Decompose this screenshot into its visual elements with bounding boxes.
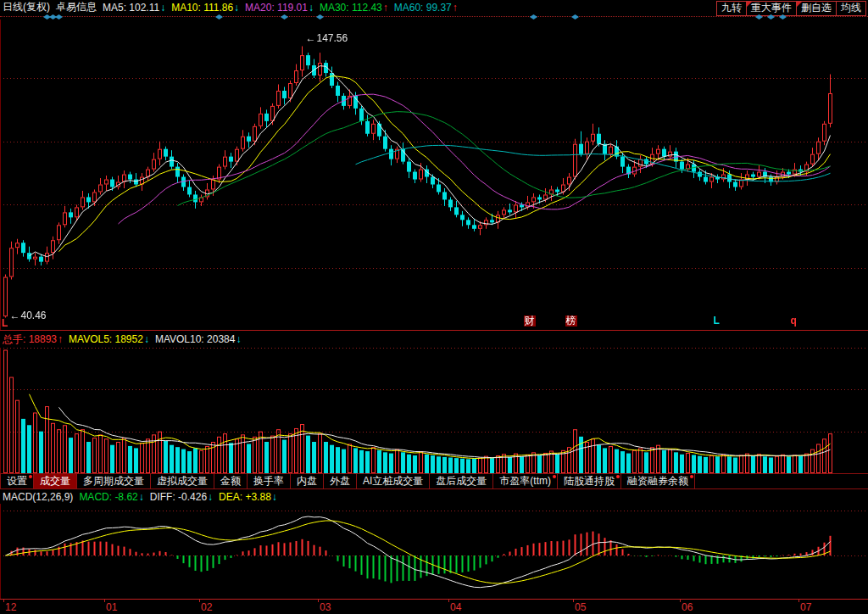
ma5-value: MA5: 102.11↓ [103,2,165,14]
down-arrow-icon: ↓ [309,2,314,14]
macd-param: MACD(12,26,9) [3,491,73,503]
mavol10-value: MAVOL10: 20384↓ [155,333,242,345]
left-arrow-icon: ← [10,310,20,321]
down-arrow-icon: ↓ [139,491,144,503]
tab-inner-volume[interactable]: 内盘 [291,474,324,488]
macd-value: MACD: -8.62↓ [79,491,143,503]
low-price-annotation: ←40.46 [10,310,47,321]
date-axis: 12 01 02 03 04 05 06 07 [0,599,868,614]
left-arrow-icon: ← [306,32,316,44]
down-arrow-icon: ↓ [160,2,165,14]
candlestick-canvas[interactable] [0,20,868,330]
tab-margin-balance[interactable]: 融资融券余额 [621,474,695,488]
macd-pane[interactable] [0,504,868,599]
tab-northbound-holdings[interactable]: 陆股通持股 [558,474,621,488]
diff-value: DIFF: -0.426↓ [150,491,213,503]
badge-bang[interactable]: 榜 [565,315,577,327]
month-label: 12 [5,601,16,613]
month-tick [318,600,319,602]
ma10-value: MA10: 111.86↓ [171,2,239,14]
marker-l: L [714,315,720,327]
tab-amount[interactable]: 金额 [214,474,248,488]
tab-outer-volume[interactable]: 外盘 [324,474,357,488]
up-arrow-icon: ↑ [383,2,388,14]
new-indicator-dot [690,475,693,478]
new-indicator-dot [553,475,556,478]
badge-cai[interactable]: 财 [524,315,536,327]
down-arrow-icon: ↓ [234,2,239,14]
stock-name: 卓易信息 [56,0,97,14]
tab-after-hours-volume[interactable]: 盘后成交量 [430,474,493,488]
month-tick [448,600,449,602]
new-indicator-dot [29,475,32,478]
tab-ai-volume[interactable]: AI立桩成交量 [357,474,430,488]
month-tick [104,600,105,602]
mavol5-value: MAVOL5: 18952↓ [69,333,149,345]
tab-pe-ttm[interactable]: 市盈率(ttm) [493,474,558,488]
month-label: 07 [800,601,811,613]
up-arrow-icon: ↑ [453,2,458,14]
down-arrow-icon: ↓ [236,333,241,345]
stock-chart-app: 日线(复权) 卓易信息 MA5: 102.11↓ MA10: 111.86↓ M… [0,0,868,614]
ma20-value: MA20: 119.01↓ [245,2,314,14]
corner-l-marker: L [2,317,8,329]
down-arrow-icon: ↓ [272,491,277,503]
tab-virtual-volume[interactable]: 虚拟成交量 [151,474,214,488]
marker-q: q [791,315,797,327]
main-chart-pane[interactable]: ←147.56 ←40.46 财 榜 L q L [0,20,868,330]
month-label: 02 [201,601,212,613]
high-price-annotation: ←147.56 [306,32,348,44]
macd-header: MACD(12,26,9) MACD: -8.62↓ DIFF: -0.426↓… [0,489,868,504]
month-label: 04 [450,601,461,613]
month-tick [199,600,200,602]
indicator-tab-bar: 设置 成交量 多周期成交量 虚拟成交量 金额 换手率 内盘 外盘 AI立桩成交量… [0,473,868,489]
month-label: 06 [682,601,693,613]
month-tick [680,600,681,602]
month-tick [3,600,4,602]
header-bar: 日线(复权) 卓易信息 MA5: 102.11↓ MA10: 111.86↓ M… [0,0,868,14]
month-label: 03 [320,601,331,613]
total-volume-value: 总手: 18893↑ [3,332,63,347]
tab-volume[interactable]: 成交量 [34,474,77,488]
tab-multi-period-volume[interactable]: 多周期成交量 [77,474,151,488]
volume-header: 总手: 18893↑ MAVOL5: 18952↓ MAVOL10: 20384… [0,330,868,348]
month-label: 05 [575,601,586,613]
new-indicator-dot [616,475,620,478]
down-arrow-icon: ↓ [144,333,149,345]
month-tick [798,600,799,602]
dea-value: DEA: +3.88↓ [219,491,277,503]
macd-canvas[interactable] [0,504,868,599]
tab-turnover-rate[interactable]: 换手率 [248,474,291,488]
tab-settings[interactable]: 设置 [0,474,34,488]
ma60-value: MA60: 99.37↑ [394,2,458,14]
up-arrow-icon: ↑ [58,333,63,345]
volume-pane[interactable] [0,348,868,473]
month-tick [573,600,574,602]
down-arrow-icon: ↓ [208,491,213,503]
period-label: 日线(复权) [3,0,50,14]
volume-canvas[interactable] [0,348,868,473]
dotted-rule [0,16,868,17]
ma30-value: MA30: 112.43↑ [320,2,388,14]
month-label: 01 [106,601,117,613]
